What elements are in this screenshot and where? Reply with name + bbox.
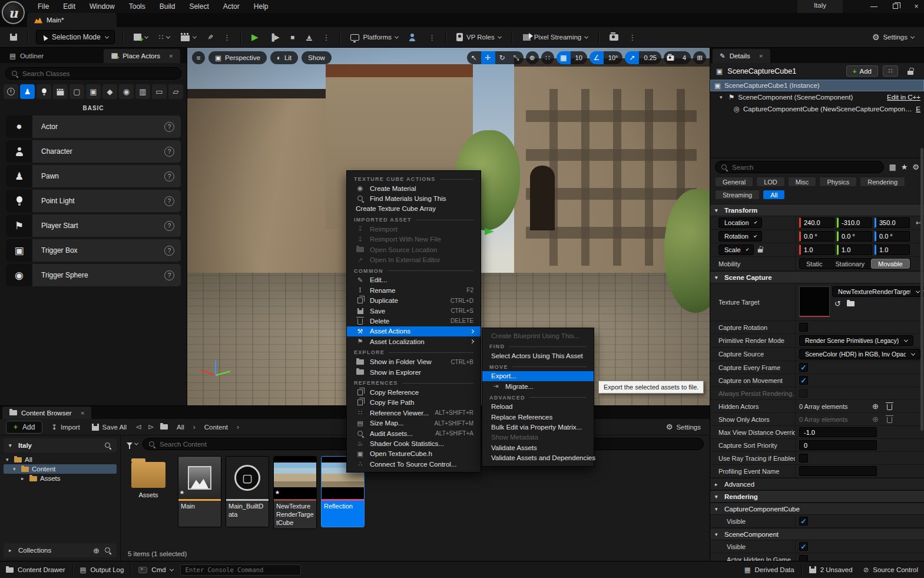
menu-item-asset-actions[interactable]: ⚒Asset Actions	[347, 326, 481, 336]
chip-rendering[interactable]: Rendering	[860, 177, 905, 187]
collections-bar[interactable]: ▸ Collections ⊕	[4, 543, 117, 557]
menu-item-duplicate[interactable]: DuplicateCTRL+D	[347, 296, 481, 306]
add-actor-button[interactable]	[131, 31, 151, 43]
scale-x-field[interactable]: 1.0	[799, 245, 834, 255]
category-all-classes-icon[interactable]: ▱	[168, 84, 183, 99]
clear-array-icon[interactable]	[887, 417, 892, 423]
toolbar-overflow-button[interactable]: ⋮	[221, 33, 233, 42]
location-dropdown[interactable]: Location	[718, 217, 762, 228]
play-button[interactable]: ▶	[249, 29, 261, 45]
tab-main-level[interactable]: Main*	[27, 13, 117, 27]
location-z-field[interactable]: 350.0	[875, 217, 910, 228]
maximize-viewport-button[interactable]: ⊞	[693, 51, 706, 64]
rotation-x-field[interactable]: 0.0 °	[799, 231, 834, 242]
menu-item-edit[interactable]: ✎Edit...	[347, 275, 481, 285]
menu-help[interactable]: Help	[247, 1, 276, 12]
add-collection-icon[interactable]: ⊕	[93, 546, 100, 555]
derived-data-button[interactable]: ▦Derived Data	[744, 566, 794, 574]
asset-tile-main-builtdata[interactable]: ▢ Main_BuiltData	[226, 456, 269, 527]
scale-snap-value[interactable]: 0.25	[639, 51, 661, 64]
menu-item-validate-assets[interactable]: Validate Assets	[482, 442, 594, 453]
favorites-icon[interactable]: ★	[901, 163, 908, 171]
add-component-button[interactable]: +Add	[846, 65, 878, 77]
menu-item-find-materials[interactable]: Find Materials Using This	[347, 193, 481, 203]
search-classes-input[interactable]	[22, 70, 175, 77]
scale-y-field[interactable]: 1.0	[837, 245, 872, 255]
visible-checkbox[interactable]	[799, 517, 808, 526]
details-settings-icon[interactable]: ⚙	[912, 163, 919, 171]
scale-z-field[interactable]: 1.0	[875, 245, 910, 255]
menu-item-create-material[interactable]: ◉Create Material	[347, 183, 481, 193]
console-command-input[interactable]	[186, 566, 296, 573]
blueprint-convert-button[interactable]: ∷	[883, 65, 898, 77]
section-transform[interactable]: ▾Transform	[710, 204, 924, 216]
menu-window[interactable]: Window	[82, 1, 122, 12]
cinematics-button[interactable]	[178, 31, 199, 44]
add-array-element-icon[interactable]: ⊕	[872, 402, 879, 411]
actor-hidden-checkbox[interactable]	[799, 555, 808, 561]
edit-in-cpp-link[interactable]: Edit in C++	[887, 94, 920, 101]
tab-place-actors[interactable]: Place Actors ×	[104, 49, 180, 63]
menu-actor[interactable]: Actor	[216, 1, 247, 12]
clear-array-icon[interactable]	[887, 404, 892, 410]
menu-item-show-in-folder-view[interactable]: Show in Folder ViewCTRL+B	[347, 356, 481, 366]
viewport-menu-button[interactable]: ≡	[192, 51, 205, 64]
media-capture-button[interactable]	[607, 32, 621, 43]
details-search-input[interactable]	[732, 164, 878, 171]
skip-frame-button[interactable]: ▐▶	[267, 31, 283, 44]
category-media-icon[interactable]: ◉	[119, 84, 134, 99]
help-icon[interactable]: ?	[164, 147, 174, 157]
camera-speed-icon[interactable]	[664, 51, 678, 64]
menu-item-save[interactable]: SaveCTRL+S	[347, 306, 481, 316]
help-icon[interactable]: ?	[164, 122, 174, 132]
breadcrumb-content[interactable]: Content	[201, 421, 231, 433]
texture-target-thumbnail[interactable]	[799, 286, 830, 317]
tab-outliner[interactable]: ▤ Outliner	[2, 49, 51, 63]
category-cinematic-icon[interactable]	[53, 84, 68, 99]
menu-tools[interactable]: Tools	[122, 1, 153, 12]
surface-snap-button[interactable]: ∷	[541, 51, 554, 64]
tree-row-instance[interactable]: ▣ SceneCaptureCube1 (Instance)	[710, 80, 924, 91]
category-basic-icon[interactable]: ♟	[20, 84, 35, 99]
menu-item-validate-assets-deps[interactable]: Validate Assets and Dependencies	[482, 453, 594, 463]
section-scene-capture[interactable]: ▾Scene Capture	[710, 271, 924, 283]
vp-roles-button[interactable]: VP Roles	[453, 31, 504, 44]
world-local-toggle[interactable]: ⊕	[526, 51, 539, 64]
menu-item-copy-reference[interactable]: Copy Reference	[347, 387, 481, 397]
menu-item-reference-viewer[interactable]: ∷Reference Viewer...ALT+SHIFT+R	[347, 408, 481, 418]
asset-tile-main[interactable]: * Main	[178, 456, 221, 527]
details-scrollbar[interactable]	[920, 148, 923, 431]
scale-lock-icon[interactable]	[758, 249, 763, 252]
menu-item-delete[interactable]: DeleteDELETE	[347, 316, 481, 326]
mobility-stationary[interactable]: Stationary	[829, 259, 872, 269]
section-rendering[interactable]: ▾Rendering	[710, 490, 924, 503]
menu-item-replace-references[interactable]: Replace References	[482, 412, 594, 422]
source-control-button[interactable]: ⊘Source Control	[863, 566, 918, 574]
save-all-button[interactable]: Save All	[89, 421, 130, 433]
lock-button[interactable]	[903, 65, 918, 77]
tree-item-all[interactable]: ▾All	[4, 455, 117, 464]
menu-item-migrate[interactable]: ⇥Migrate...	[482, 381, 594, 391]
unsaved-button[interactable]: 2 Unsaved	[809, 566, 853, 573]
tab-details[interactable]: ✎ Details ×	[713, 49, 770, 63]
cmd-dropdown[interactable]: Cmd	[138, 566, 173, 573]
advanced-expander[interactable]: ▸Advanced	[710, 478, 924, 490]
rotation-dropdown[interactable]: Rotation	[718, 231, 762, 242]
menu-edit[interactable]: Edit	[56, 1, 82, 12]
sources-header[interactable]: ▾ Italy	[4, 438, 117, 453]
category-shapes-icon[interactable]: ▢	[69, 84, 84, 99]
place-actor-item-character[interactable]: Character ?	[6, 140, 181, 163]
asset-tile-assets-folder[interactable]: Assets	[127, 456, 170, 498]
platforms-button[interactable]: Platforms	[347, 31, 401, 43]
browse-to-asset-icon[interactable]	[847, 301, 855, 306]
menu-item-reload[interactable]: Reload	[482, 402, 594, 412]
menu-item-open-texturecube-h[interactable]: ▣Open TextureCube.h	[347, 449, 481, 459]
place-actor-item-pawn[interactable]: ♟ Pawn ?	[6, 165, 181, 187]
help-icon[interactable]: ?	[164, 171, 174, 181]
help-icon[interactable]: ?	[164, 270, 174, 280]
chip-all[interactable]: All	[763, 190, 785, 200]
location-x-field[interactable]: 240.0	[799, 217, 834, 228]
max-view-distance-field[interactable]: -1.0	[799, 427, 877, 437]
menu-item-connect-to-source-control[interactable]: ∴Connect To Source Control...	[347, 459, 481, 469]
select-tool-button[interactable]: ↖	[467, 51, 481, 64]
